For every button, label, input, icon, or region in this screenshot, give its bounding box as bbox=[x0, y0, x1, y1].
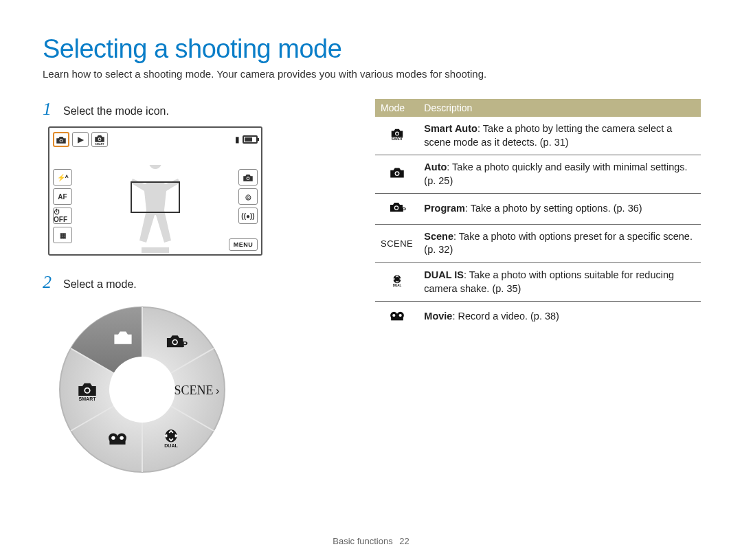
table-row: Program: Take a photo by setting options… bbox=[375, 194, 701, 225]
table-row: Auto: Take a photo quickly and easily wi… bbox=[375, 155, 701, 194]
footer-section: Basic functions bbox=[333, 536, 392, 546]
movie-icon bbox=[388, 307, 406, 326]
table-row: Movie: Record a video. (p. 38) bbox=[375, 302, 701, 332]
scene-icon: SCENE bbox=[381, 238, 413, 249]
table-row: Smart Auto: Take a photo by letting the … bbox=[375, 117, 701, 155]
focus-mode-icon[interactable]: ◎ bbox=[238, 188, 258, 205]
auto-icon bbox=[388, 165, 406, 184]
signal-icon: ▮ bbox=[235, 135, 240, 144]
mode-icon-button[interactable] bbox=[53, 132, 69, 147]
wifi-icon[interactable]: ((●)) bbox=[238, 208, 258, 224]
dual-is-icon bbox=[388, 273, 406, 292]
display-icon[interactable]: ▦ bbox=[53, 227, 72, 243]
svg-point-19 bbox=[109, 357, 175, 423]
footer-page-number: 22 bbox=[399, 536, 409, 546]
svg-rect-11 bbox=[142, 247, 169, 253]
step-1-text: Select the mode icon. bbox=[63, 105, 169, 117]
smart-auto-icon bbox=[388, 126, 406, 146]
step-2-number: 2 bbox=[43, 272, 56, 293]
step-2-text: Select a mode. bbox=[63, 278, 137, 291]
battery-icon bbox=[243, 135, 258, 144]
svg-text:›: › bbox=[216, 385, 219, 396]
page-subtitle: Learn how to select a shooting mode. You… bbox=[43, 68, 701, 80]
table-row: DUAL IS: Take a photo with options suita… bbox=[375, 262, 701, 301]
step-1-number: 1 bbox=[43, 99, 56, 120]
timer-off-icon[interactable]: ⏱OFF bbox=[53, 208, 72, 224]
camera-lcd-illustration: ▶ ▮ bbox=[48, 126, 262, 256]
table-header-description: Description bbox=[418, 99, 701, 117]
program-icon bbox=[388, 199, 406, 219]
table-header-mode: Mode bbox=[375, 99, 418, 117]
playback-icon[interactable]: ▶ bbox=[72, 132, 89, 147]
smart-mode-icon[interactable] bbox=[91, 132, 108, 147]
shoot-icon[interactable] bbox=[238, 169, 258, 186]
menu-button[interactable]: MENU bbox=[229, 238, 258, 251]
mode-description-table: Mode Description Smart Auto: Take a phot… bbox=[375, 99, 701, 332]
page-title: Selecting a shooting mode bbox=[43, 34, 701, 64]
af-icon[interactable]: AF bbox=[53, 188, 72, 205]
svg-text:SCENE: SCENE bbox=[174, 383, 213, 397]
focus-box bbox=[131, 181, 180, 213]
table-row: SCENE Scene: Take a photo with options p… bbox=[375, 224, 701, 262]
page-footer: Basic functions 22 bbox=[0, 536, 742, 546]
flash-auto-icon[interactable]: ⚡ᴬ bbox=[53, 169, 72, 186]
mode-dial[interactable]: SCENE › bbox=[56, 304, 338, 475]
